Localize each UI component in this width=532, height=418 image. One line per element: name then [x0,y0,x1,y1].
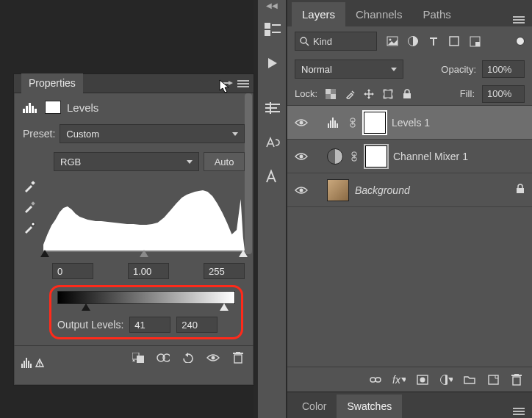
output-slider[interactable] [57,303,235,314]
lock-label: Lock: [295,88,317,99]
properties-tab[interactable]: Properties [21,73,83,93]
svg-rect-73 [517,188,524,193]
svg-rect-15 [26,358,27,368]
layer-name[interactable]: Background [355,184,410,196]
input-highlight-value[interactable]: 255 [204,263,245,279]
svg-rect-33 [272,32,281,33]
link-layers-icon[interactable] [369,373,382,386]
layer-mask-thumbnail[interactable] [365,145,387,167]
swatches-menu-icon[interactable] [506,407,532,418]
filter-shape-icon[interactable] [447,35,461,48]
adjustment-layer-icon[interactable] [439,373,453,386]
output-shadow-value[interactable]: 41 [129,317,170,333]
view-previous-state-icon[interactable] [157,351,170,364]
adjustment-title: Levels [67,101,98,114]
preset-dropdown[interactable]: Custom [60,124,245,143]
glyphs-icon[interactable] [258,128,287,157]
histogram-warning-icon[interactable] [21,358,44,368]
image-thumbnail[interactable] [327,179,349,201]
svg-rect-37 [265,111,280,112]
svg-marker-25 [185,353,188,357]
filter-pixel-icon[interactable] [386,35,399,48]
collapsed-panel-strip: ◀◀ [257,0,287,418]
gray-point-eyedropper-icon[interactable] [23,201,36,214]
blend-mode-dropdown[interactable]: Normal [295,60,403,79]
link-mask-icon[interactable] [349,151,359,162]
layers-tab[interactable]: Layers [292,2,345,26]
filter-adjustment-icon[interactable] [406,35,420,48]
layer-row[interactable]: Levels 1 [287,106,532,140]
collapse-arrows-icon[interactable]: ◀◀ [258,0,286,10]
svg-rect-82 [513,377,520,385]
filter-smartobject-icon[interactable] [468,35,481,48]
clip-to-layer-icon[interactable] [132,351,145,364]
input-shadow-value[interactable]: 0 [52,263,93,279]
svg-rect-52 [331,94,336,99]
input-midtone-value[interactable]: 1.00 [128,263,169,279]
layers-menu-icon[interactable] [506,15,532,26]
fill-label: Fill: [460,88,475,99]
auto-button[interactable]: Auto [204,152,245,171]
channels-tab[interactable]: Channels [345,2,412,26]
layer-name[interactable]: Levels 1 [392,117,430,129]
svg-rect-12 [31,222,35,226]
actions-icon[interactable] [258,48,287,78]
svg-rect-40 [513,19,525,21]
svg-rect-29 [236,352,240,353]
lock-position-icon[interactable] [363,88,375,100]
white-point-eyedropper-icon[interactable] [23,221,36,234]
svg-rect-20 [39,365,40,366]
history-icon[interactable] [258,15,287,44]
layer-row[interactable]: Background [287,173,532,207]
svg-rect-62 [332,118,334,128]
add-mask-icon[interactable] [416,373,429,386]
black-point-eyedropper-icon[interactable] [23,180,36,193]
svg-rect-61 [330,120,331,128]
svg-marker-1 [229,81,233,85]
svg-marker-76 [401,378,406,382]
layer-mask-thumbnail[interactable] [364,112,386,134]
character-icon[interactable] [258,162,287,191]
visibility-icon[interactable] [206,351,220,364]
opacity-input[interactable]: 100% [482,60,525,78]
svg-rect-41 [513,22,525,24]
filter-kind-dropdown[interactable]: Kind [295,32,377,51]
svg-point-45 [389,39,392,41]
group-icon[interactable] [463,373,476,386]
link-mask-icon[interactable] [348,118,358,128]
filter-type-icon[interactable] [427,35,440,48]
lock-all-icon[interactable] [401,88,413,100]
layer-row[interactable]: Channel Mixer 1 [287,140,532,173]
visibility-toggle-icon[interactable] [295,150,308,163]
layer-style-icon[interactable]: fx [392,373,406,386]
paragraph-styles-icon[interactable] [258,94,287,123]
layers-list: Levels 1 Channel Mixer 1 Background [287,106,532,367]
svg-rect-19 [39,361,40,364]
layer-name[interactable]: Channel Mixer 1 [393,151,468,162]
visibility-toggle-icon[interactable] [295,116,308,129]
layer-mask-icon[interactable] [45,101,61,114]
lock-artboard-icon[interactable] [382,88,394,100]
delete-layer-icon[interactable] [510,373,523,386]
new-layer-icon[interactable] [486,373,500,386]
visibility-toggle-icon[interactable] [295,184,308,197]
fill-input[interactable]: 100% [482,85,525,103]
reset-icon[interactable] [181,351,195,364]
lock-transparency-icon[interactable] [325,88,337,100]
swatches-tab[interactable]: Swatches [337,394,402,418]
paths-tab[interactable]: Paths [412,2,461,26]
lock-pixels-icon[interactable] [344,88,356,100]
filter-toggle[interactable] [516,37,525,46]
output-highlight-value[interactable]: 240 [176,317,218,333]
color-tab[interactable]: Color [292,394,337,418]
channel-dropdown[interactable]: RGB [54,152,199,171]
svg-rect-85 [513,408,525,409]
svg-point-72 [300,188,303,192]
properties-scrollbar[interactable] [243,93,254,361]
svg-point-78 [420,377,425,382]
output-levels-label: Output Levels: [57,319,123,331]
input-slider[interactable] [43,250,245,260]
svg-marker-34 [268,58,277,68]
panel-menu-icon[interactable] [237,79,249,88]
panel-collapse-icon[interactable] [221,79,233,88]
